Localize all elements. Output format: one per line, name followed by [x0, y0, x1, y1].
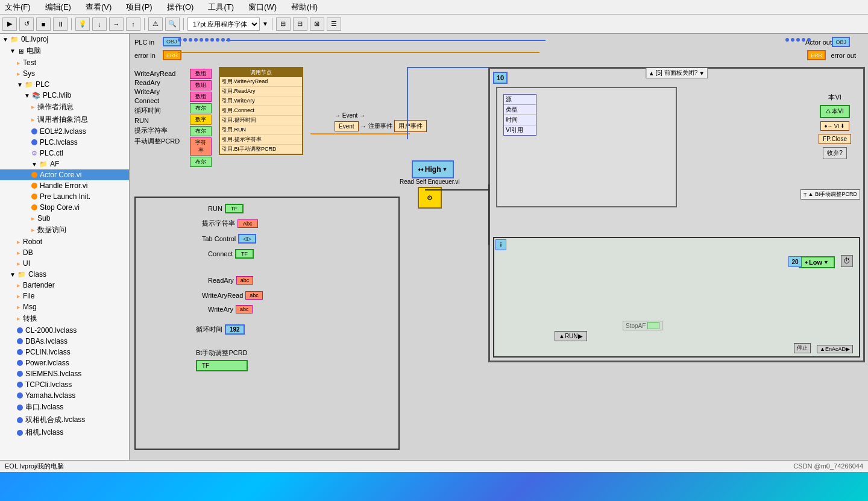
inner-case-selector[interactable]: T ▲ Bt手动调整PCRD	[800, 189, 860, 200]
vi-to-vi-node[interactable]: ♦→ VI⬇	[820, 121, 850, 131]
menu-edit[interactable]: 编辑(E)	[43, 1, 74, 14]
menu-tools[interactable]: 工具(T)	[206, 1, 236, 14]
tree-tcpcli[interactable]: TCPCli.lvclass	[0, 379, 129, 390]
tree-file[interactable]: ▸ File	[0, 291, 129, 301]
run-indicator[interactable]: ▲RUN▶	[555, 331, 587, 341]
actor-out-terminal[interactable]: OBJ	[832, 37, 850, 47]
write-ary-ctrl[interactable]: abc	[236, 305, 253, 314]
invoke-item-2: 引用.WriteAry	[220, 96, 302, 106]
bottom-ctrl2[interactable]: 停止	[794, 343, 811, 353]
block-diagram[interactable]: PLC in OBJ Actor out	[130, 34, 868, 460]
menu-window[interactable]: 窗口(W)	[246, 1, 279, 14]
tree-class[interactable]: ▼ 📁 Class	[0, 269, 129, 280]
connect-bool-ctrl[interactable]: TF	[235, 249, 254, 259]
tree-plc-lvlib[interactable]: ▼ 📚 PLC.lvlib	[0, 90, 129, 101]
toolbar-warn-btn[interactable]: ⚠	[148, 17, 163, 31]
case-selector-bar[interactable]: ▲ [5] 前面板关闭? ▼	[646, 68, 708, 78]
bottom-ctrl[interactable]: ▲EnAcAD▶	[817, 345, 853, 353]
hint-str-ctrl[interactable]: Abc	[237, 219, 258, 228]
tree-yamaha[interactable]: Yamaha.lvclass	[0, 390, 129, 401]
tree-computer[interactable]: ▼ 🖥 电脑	[0, 45, 129, 57]
write-ary-read-ctrl[interactable]: abc	[245, 291, 263, 300]
tree-af[interactable]: ▼ 📁 AF	[0, 159, 129, 169]
toolbar-run-btn[interactable]: ▶	[2, 17, 17, 31]
vertical-wire-1	[407, 67, 408, 139]
menu-operate[interactable]: 操作(O)	[165, 1, 197, 14]
tree-data-access[interactable]: ▸ 数据访问	[0, 224, 129, 236]
user-event-node[interactable]: 用户事件	[394, 120, 427, 132]
toolbar-align-btn[interactable]: ⊞	[276, 17, 291, 31]
prop-str1[interactable]: 字符率	[190, 137, 212, 156]
menu-view[interactable]: 查看(V)	[83, 1, 114, 14]
back-node[interactable]: 收弃?	[823, 147, 847, 159]
toolbar-dist-btn[interactable]: ⊟	[293, 17, 307, 31]
toolbar-pause-btn[interactable]: ⏸	[53, 17, 68, 31]
font-selector[interactable]: 17pt 应用程序字体	[187, 17, 260, 31]
manual-pcrd-btn[interactable]: TF	[196, 360, 248, 371]
tree-serial[interactable]: 串口.lvclass	[0, 401, 129, 414]
prop-num1[interactable]: 数字	[190, 115, 212, 125]
tree-db[interactable]: ▸ DB	[0, 247, 129, 258]
tree-convert[interactable]: ▸ 转换	[0, 312, 129, 325]
prop-data3[interactable]: 数组	[190, 92, 212, 102]
tree-handle-error[interactable]: Handle Error.vi	[0, 180, 129, 191]
tree-robot[interactable]: ▸ Robot	[0, 236, 129, 247]
tree-sub[interactable]: ▸ Sub	[0, 213, 129, 224]
read-ary-lbl2: ReadAry	[208, 277, 234, 284]
tree-bartender[interactable]: ▸ Bartender	[0, 280, 129, 291]
this-vi-node[interactable]: ♺ 本VI	[820, 105, 849, 118]
error-out-terminal[interactable]: ERR	[807, 50, 826, 60]
menu-help[interactable]: 帮助(H)	[289, 1, 320, 14]
tree-siemens[interactable]: SIEMENS.lvclass	[0, 368, 129, 379]
tree-plc-class[interactable]: PLC.lvclass	[0, 137, 129, 148]
tree-eol2-class[interactable]: EOL#2.lvclass	[0, 126, 129, 137]
event-data-node[interactable]: 源 类型 时间 VI引用	[503, 94, 536, 136]
low-priority-node[interactable]: ♦ Low ▼	[799, 256, 835, 268]
menu-file[interactable]: 文件(F)	[2, 1, 33, 14]
event-node[interactable]: Event	[335, 121, 359, 131]
tree-caller-msg[interactable]: ▸ 调用者抽象消息	[0, 113, 129, 126]
tree-cl2000[interactable]: CL-2000.lvclass	[0, 325, 129, 336]
tree-msg[interactable]: ▸ Msg	[0, 301, 129, 312]
toolbar-resize-btn[interactable]: ⊠	[310, 17, 324, 31]
tree-power[interactable]: Power.lvclass	[0, 358, 129, 368]
tree-operator-msg[interactable]: ▸ 操作者消息	[0, 101, 129, 113]
toolbar-dbg-btn[interactable]: 🔍	[165, 17, 180, 31]
tree-ui[interactable]: ▸ UI	[0, 258, 129, 269]
tree-camera[interactable]: 相机.lvclass	[0, 426, 129, 439]
toolbar-highlight-btn[interactable]: 💡	[75, 17, 90, 31]
tree-pre-launch[interactable]: Pre Launch Init.	[0, 191, 129, 202]
toolbar-step-over[interactable]: →	[109, 17, 124, 31]
toolbar-abort-btn[interactable]: ■	[36, 17, 51, 31]
toolbar-step-into[interactable]: ↓	[92, 17, 107, 31]
toolbar-step-out[interactable]: ↑	[126, 17, 140, 31]
toolbar-sep2	[144, 18, 145, 30]
tree-plc-ctl[interactable]: ⚙ PLC.ctl	[0, 148, 129, 159]
loop-time-val[interactable]: 192	[225, 324, 245, 335]
tree-pclin[interactable]: PCLIN.lvclass	[0, 347, 129, 358]
prop-data1[interactable]: 数组	[190, 69, 212, 79]
run-bool-ctrl[interactable]: TF	[225, 204, 244, 213]
labview-window: 文件(F) 编辑(E) 查看(V) 项目(P) 操作(O) 工具(T) 窗口(W…	[0, 0, 868, 472]
read-ary-ctrl[interactable]: abc	[236, 276, 254, 285]
toolbar-order-btn[interactable]: ☰	[327, 17, 341, 31]
tree-plc[interactable]: ▼ 📁 PLC	[0, 79, 129, 90]
case-structure[interactable]: ▲ [5] 前面板关闭? ▼ 10 源 类型 时间 VI引用	[488, 67, 865, 362]
menu-project[interactable]: 项目(P)	[124, 1, 154, 14]
prop-data2[interactable]: 数组	[190, 80, 212, 90]
tree-test[interactable]: ▸ Test	[0, 57, 129, 68]
prop-bool2[interactable]: 布尔	[190, 126, 212, 136]
tree-dual-cam[interactable]: 双相机合成.lvclass	[0, 414, 129, 426]
tree-project[interactable]: ▼ 📁 0L.lvproj	[0, 34, 129, 45]
tab-ctrl-node[interactable]: ◁▷	[238, 234, 256, 244]
tree-dbas[interactable]: DBAs.lvclass	[0, 336, 129, 347]
toolbar-run-cont-btn[interactable]: ↺	[19, 17, 34, 31]
tree-actor-core[interactable]: Actor Core.vi	[0, 169, 129, 180]
invoke-node[interactable]: 调用节点 引用.WriteAryRead 引用.ReadAry 引用.Write…	[219, 67, 303, 155]
tree-sys[interactable]: ▸ Sys	[0, 68, 129, 79]
high-priority-node[interactable]: ♦♦ High ▼	[412, 160, 454, 178]
prop-bool3[interactable]: 布尔	[190, 157, 212, 167]
prop-bool1[interactable]: 布尔	[190, 103, 212, 113]
fp-close-node[interactable]: FP.Close	[819, 134, 851, 144]
tree-stop-core[interactable]: Stop Core.vi	[0, 202, 129, 213]
